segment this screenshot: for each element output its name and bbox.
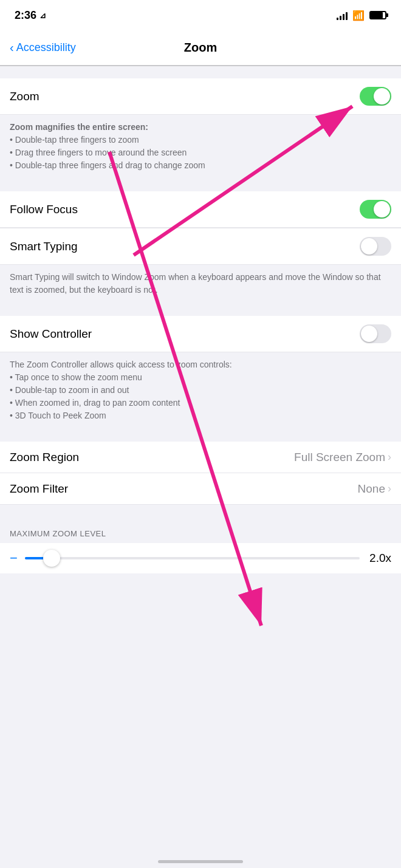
max-zoom-section-header: MAXIMUM ZOOM LEVEL: [0, 517, 401, 543]
slider-minus-icon: −: [10, 550, 18, 566]
zoom-desc-item2: • Drag three fingers to move around the …: [10, 148, 187, 157]
zoom-region-value-group: Full Screen Zoom ›: [294, 451, 391, 464]
zoom-desc-item1: • Double-tap three fingers to zoom: [10, 135, 139, 145]
gap4: [0, 505, 401, 517]
status-bar: 2:36 ⊿ 📶: [0, 0, 401, 30]
follow-focus-row: Follow Focus: [0, 191, 401, 228]
gap3: [0, 429, 401, 442]
battery-icon: [369, 11, 386, 19]
status-time: 2:36 ⊿: [15, 9, 46, 22]
zoom-slider-row: − 2.0x: [0, 543, 401, 573]
bottom-gap: [0, 573, 401, 610]
wifi-icon: 📶: [352, 10, 365, 21]
zoom-toggle-knob: [374, 88, 390, 104]
top-gap: [0, 66, 401, 78]
zoom-toggle[interactable]: [360, 87, 391, 106]
zoom-filter-value: None: [358, 482, 385, 496]
zoom-region-label: Zoom Region: [10, 451, 79, 464]
time-label: 2:36: [15, 9, 36, 22]
smart-typing-toggle[interactable]: [360, 237, 391, 256]
show-controller-row: Show Controller: [0, 316, 401, 352]
page-title: Zoom: [184, 41, 217, 55]
back-label[interactable]: Accessibility: [16, 41, 76, 54]
gap2: [0, 304, 401, 316]
zoom-filter-row[interactable]: Zoom Filter None ›: [0, 473, 401, 505]
location-icon: ⊿: [39, 11, 46, 20]
slider-thumb[interactable]: [43, 550, 60, 567]
zoom-filter-chevron: ›: [388, 482, 391, 495]
show-controller-label: Show Controller: [10, 327, 92, 341]
controller-item3: • When zoomed in, drag to pan zoom conte…: [10, 398, 180, 408]
max-zoom-label: MAXIMUM ZOOM LEVEL: [10, 529, 106, 538]
zoom-filter-label: Zoom Filter: [10, 482, 68, 496]
status-icons: 📶: [337, 10, 386, 21]
zoom-row: Zoom: [0, 78, 401, 115]
follow-focus-label: Follow Focus: [10, 203, 78, 216]
nav-header: ‹ Accessibility Zoom: [0, 30, 401, 66]
zoom-desc-bold: Zoom magnifies the entire screen:: [10, 122, 148, 132]
slider-track[interactable]: [25, 557, 360, 559]
home-indicator: [158, 860, 243, 863]
smart-typing-label: Smart Typing: [10, 240, 78, 253]
zoom-region-row[interactable]: Zoom Region Full Screen Zoom ›: [0, 442, 401, 473]
show-controller-toggle[interactable]: [360, 324, 391, 343]
smart-typing-description: Smart Typing will switch to Window Zoom …: [0, 265, 401, 304]
back-chevron-icon: ‹: [10, 41, 14, 55]
smart-typing-knob: [361, 238, 377, 255]
follow-focus-toggle[interactable]: [360, 200, 391, 219]
zoom-desc-item3: • Double-tap three fingers and drag to c…: [10, 160, 205, 170]
show-controller-description: The Zoom Controller allows quick access …: [0, 352, 401, 429]
show-controller-knob: [361, 326, 377, 342]
gap1: [0, 179, 401, 191]
zoom-region-chevron: ›: [388, 451, 391, 463]
zoom-filter-value-group: None ›: [358, 482, 391, 496]
controller-item2: • Double-tap to zoom in and out: [10, 385, 129, 395]
smart-typing-row: Smart Typing: [0, 228, 401, 265]
smart-typing-desc-text: Smart Typing will switch to Window Zoom …: [10, 272, 381, 295]
controller-item1: • Tap once to show the zoom menu: [10, 372, 142, 382]
controller-item4: • 3D Touch to Peek Zoom: [10, 411, 106, 420]
zoom-description: Zoom magnifies the entire screen: • Doub…: [0, 115, 401, 179]
zoom-label: Zoom: [10, 90, 39, 103]
follow-focus-knob: [374, 201, 390, 217]
zoom-region-value: Full Screen Zoom: [294, 451, 385, 464]
signal-icon: [337, 10, 348, 20]
controller-desc-intro: The Zoom Controller allows quick access …: [10, 360, 232, 369]
back-button[interactable]: ‹ Accessibility: [10, 41, 76, 55]
zoom-level-value: 2.0x: [367, 552, 391, 565]
